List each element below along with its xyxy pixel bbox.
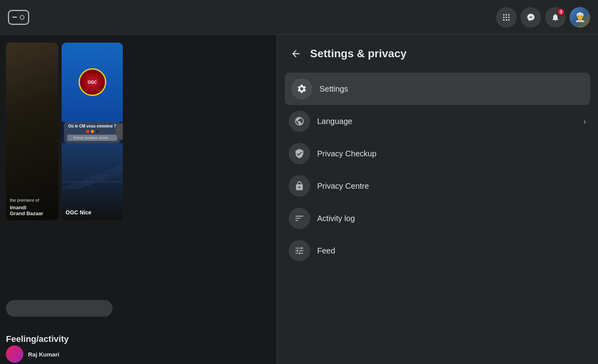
poll-placeholder: Entrez quelque chose... <box>67 135 117 141</box>
ogc-poll: Où le CM vous emmène ? Entrez quelque ch… <box>64 122 120 143</box>
right-panel: Settings & privacy Settings Language › <box>277 35 598 364</box>
menu-item-settings[interactable]: Settings <box>285 73 590 105</box>
svg-rect-15 <box>62 177 123 178</box>
poll-dot-dark <box>96 130 99 133</box>
user-avatar-button[interactable]: 👳 <box>570 7 590 28</box>
main-area: the premiere of ImandiGrand Bazaar OGC O… <box>0 35 598 364</box>
language-label: Language <box>317 117 586 126</box>
poll-dot-red <box>86 130 89 133</box>
avatar: 👳 <box>570 7 590 28</box>
svg-point-2 <box>508 14 510 15</box>
feeling-activity-label: Feeling/activity <box>6 334 69 344</box>
story-card-content: the premiere of ImandiGrand Bazaar <box>6 43 58 220</box>
back-button[interactable] <box>289 47 303 61</box>
nav-left <box>8 10 29 25</box>
privacy-checkup-label: Privacy Checkup <box>317 149 586 158</box>
ogc-bottom <box>62 143 123 220</box>
svg-line-11 <box>70 169 123 189</box>
top-navigation: 3 👳 <box>0 0 598 35</box>
menu-item-feed[interactable]: Feed <box>277 235 598 267</box>
person-name: Raj Kumari <box>28 351 59 358</box>
feed-label: Feed <box>317 246 586 255</box>
svg-point-3 <box>503 17 505 18</box>
activity-log-icon-circle <box>289 208 310 229</box>
settings-header: Settings & privacy <box>277 47 598 73</box>
notification-count: 3 <box>557 8 565 16</box>
privacy-checkup-icon-circle <box>289 143 310 164</box>
menu-item-language[interactable]: Language › <box>277 105 598 137</box>
svg-point-1 <box>506 14 507 15</box>
person-avatar <box>6 345 23 363</box>
bottom-bar <box>6 300 113 317</box>
activity-log-label: Activity log <box>317 214 586 223</box>
poll-question: Où le CM vous emmène ? <box>67 124 117 128</box>
svg-rect-14 <box>62 181 123 183</box>
svg-point-4 <box>506 17 507 18</box>
privacy-centre-icon-circle <box>289 175 310 197</box>
poll-dot-orange <box>91 130 94 133</box>
feed-icon-circle <box>289 240 310 261</box>
ogc-top: OGC <box>62 43 123 122</box>
ogc-label: OGC Nice <box>66 209 91 216</box>
story-card-first[interactable]: the premiere of ImandiGrand Bazaar <box>6 43 58 220</box>
svg-point-6 <box>503 19 505 21</box>
svg-point-5 <box>508 17 510 18</box>
story-area: the premiere of ImandiGrand Bazaar OGC O… <box>0 35 276 224</box>
story-subtitle: the premiere of <box>10 197 55 203</box>
menu-item-privacy-checkup[interactable]: Privacy Checkup <box>277 137 598 170</box>
svg-rect-16 <box>62 173 123 174</box>
nav-right: 3 👳 <box>496 7 590 28</box>
menu-item-privacy-centre[interactable]: Privacy Centre <box>277 170 598 202</box>
game-controller-icon <box>8 10 29 25</box>
svg-point-7 <box>506 19 507 21</box>
messenger-button[interactable] <box>521 7 541 28</box>
left-panel: the premiere of ImandiGrand Bazaar OGC O… <box>0 35 276 364</box>
settings-menu: Settings & privacy Settings Language › <box>277 35 598 364</box>
poll-dots <box>67 130 117 133</box>
settings-title: Settings & privacy <box>310 47 406 60</box>
settings-label: Settings <box>320 84 584 94</box>
chevron-right-language: › <box>583 117 586 126</box>
story-card-ogc[interactable]: OGC Où le CM vous emmène ? Entrez quelqu… <box>62 43 123 220</box>
settings-icon-circle <box>291 78 312 99</box>
ogc-card-inner: OGC Où le CM vous emmène ? Entrez quelqu… <box>62 43 123 220</box>
svg-point-8 <box>508 19 510 21</box>
bottom-person-preview: Raj Kumari <box>0 344 276 364</box>
language-icon-circle <box>289 111 310 132</box>
apps-button[interactable] <box>496 7 517 28</box>
menu-item-activity-log[interactable]: Activity log <box>277 202 598 235</box>
svg-point-0 <box>503 14 505 15</box>
story-title: ImandiGrand Bazaar <box>10 205 55 216</box>
notifications-button[interactable]: 3 <box>545 7 566 28</box>
ogc-logo: OGC <box>79 68 106 96</box>
privacy-centre-label: Privacy Centre <box>317 182 586 191</box>
